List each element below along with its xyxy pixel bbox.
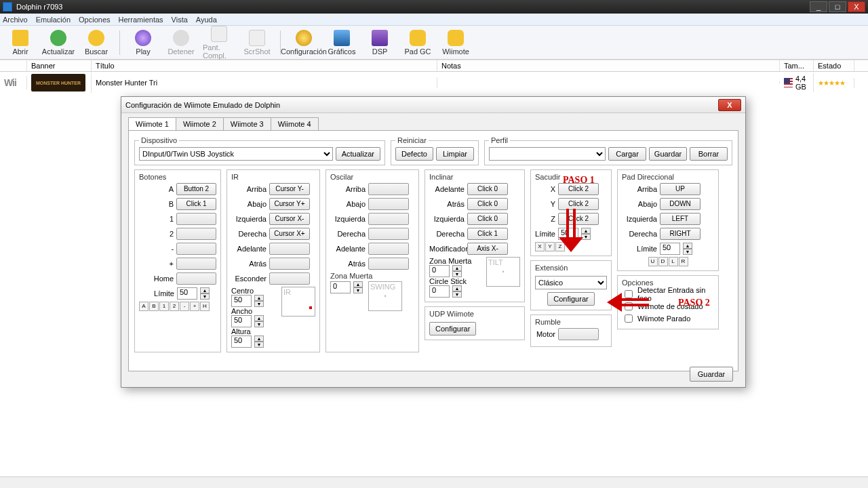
opt-parked[interactable]: Wiimote Parado: [622, 312, 714, 325]
shake-limit[interactable]: 50: [558, 228, 578, 240]
maximize-button[interactable]: □: [829, 1, 846, 12]
tab-wiimote-4[interactable]: Wiimote 4: [271, 117, 319, 130]
tool-wiimote[interactable]: Wiimote: [439, 30, 472, 56]
tilt-back[interactable]: Click 0: [467, 198, 508, 210]
rumble-motor[interactable]: [558, 328, 599, 340]
menu-emulacion[interactable]: Emulación: [36, 16, 71, 24]
ir-back[interactable]: [269, 258, 310, 270]
tool-padgc[interactable]: Pad GC: [401, 30, 434, 56]
menu-ayuda[interactable]: Ayuda: [196, 16, 217, 24]
col-notas[interactable]: Notas: [437, 60, 780, 71]
dialog-close-button[interactable]: X: [718, 99, 741, 111]
ir-width[interactable]: 50: [231, 315, 252, 327]
tilt-left[interactable]: Click 0: [467, 213, 508, 225]
shake-y[interactable]: Click 2: [558, 198, 599, 210]
profile-delete-button[interactable]: Borrar: [690, 147, 728, 161]
toolbar: Abrir Actualizar Buscar Play Detener Pan…: [0, 26, 868, 60]
swing-left[interactable]: [368, 213, 409, 225]
options-panel: Opciones Detectar Entrada sin foco Wiimo…: [617, 275, 719, 329]
tab-wiimote-1[interactable]: Wiimote 1: [128, 117, 176, 130]
menu-herramientas[interactable]: Herramientas: [119, 16, 163, 24]
map-minus[interactable]: [176, 243, 216, 255]
map-a[interactable]: Button 2: [176, 183, 216, 195]
extension-configure-button[interactable]: Configurar: [547, 292, 595, 306]
device-select[interactable]: DInput/0/Twin USB Joystick: [139, 147, 333, 161]
dialog-save-button[interactable]: Guardar: [690, 367, 733, 382]
ir-down[interactable]: Cursor Y+: [269, 198, 310, 210]
game-size: 4,4 GB: [795, 75, 809, 91]
ir-center[interactable]: 50: [231, 295, 252, 307]
buttons-limit[interactable]: 50: [177, 287, 197, 300]
profile-save-button[interactable]: Guardar: [649, 147, 687, 161]
device-refresh-button[interactable]: Actualizar: [336, 147, 380, 161]
clear-button[interactable]: Limpiar: [436, 147, 474, 161]
profile-load-button[interactable]: Cargar: [608, 147, 646, 161]
opt-sideways[interactable]: Wiimote de costado: [622, 300, 714, 312]
game-list-row[interactable]: Wii MONSTER HUNTER Monster Hunter Tri 4,…: [0, 72, 868, 94]
swing-panel: Oscilar Arriba Abajo Izquierda Derecha A…: [326, 169, 419, 352]
speaker-icon: [372, 30, 388, 46]
tool-actualizar[interactable]: Actualizar: [42, 30, 75, 56]
dpad-up[interactable]: UP: [660, 183, 701, 195]
ir-up[interactable]: Cursor Y-: [269, 183, 310, 195]
ir-right[interactable]: Cursor X+: [269, 228, 310, 240]
dpad-left[interactable]: LEFT: [660, 213, 701, 225]
tool-config[interactable]: Configuración: [288, 30, 320, 56]
swing-back[interactable]: [368, 258, 409, 270]
rating-stars: ★★★★★: [818, 79, 845, 87]
tilt-panel: Inclinar AdelanteClick 0 AtrásClick 0 Iz…: [425, 169, 525, 302]
ir-height[interactable]: 50: [231, 336, 252, 348]
dialog-title: Configuración de Wiimote Emulado de Dolp…: [125, 101, 280, 109]
map-b[interactable]: Click 1: [176, 198, 216, 210]
udp-configure-button[interactable]: Configurar: [429, 322, 476, 336]
swing-deadzone[interactable]: 0: [330, 281, 351, 293]
wiimote-tabs: Wiimote 1 Wiimote 2 Wiimote 3 Wiimote 4: [121, 113, 745, 130]
map-plus[interactable]: [176, 258, 216, 270]
profile-select[interactable]: [489, 147, 606, 161]
tool-dsp[interactable]: DSP: [363, 30, 396, 56]
tilt-deadzone[interactable]: 0: [429, 265, 450, 277]
tool-graficos[interactable]: Gráficos: [326, 30, 358, 56]
map-1[interactable]: [176, 213, 216, 225]
ir-forward[interactable]: [269, 243, 310, 255]
map-home[interactable]: [176, 272, 216, 285]
swing-right[interactable]: [368, 228, 409, 240]
udp-panel: UDP Wiimote Configurar: [425, 306, 525, 340]
gamepad-icon: [410, 30, 426, 46]
tool-abrir[interactable]: Abrir: [4, 30, 37, 56]
menu-vista[interactable]: Vista: [172, 16, 188, 24]
swing-down[interactable]: [368, 198, 409, 210]
dpad-limit[interactable]: 50: [660, 243, 680, 255]
opt-background-input[interactable]: Detectar Entrada sin foco: [622, 288, 714, 300]
col-estado[interactable]: Estado: [814, 60, 854, 71]
map-2[interactable]: [176, 228, 216, 240]
dpad-down[interactable]: DOWN: [660, 198, 701, 210]
shake-x[interactable]: Click 2: [558, 183, 599, 195]
ir-hide[interactable]: [269, 272, 310, 285]
col-tam[interactable]: Tam...: [780, 60, 814, 71]
swing-up[interactable]: [368, 183, 409, 195]
tool-play[interactable]: Play: [127, 30, 159, 56]
minimize-button[interactable]: _: [810, 1, 827, 12]
tab-wiimote-3[interactable]: Wiimote 3: [223, 117, 271, 130]
tilt-circlestick[interactable]: 0: [429, 285, 450, 298]
tilt-right[interactable]: Click 1: [467, 228, 508, 240]
tilt-mod[interactable]: Axis X-: [467, 243, 508, 255]
default-button[interactable]: Defecto: [395, 147, 433, 161]
buttons-minitabs: AB12-+H: [139, 302, 216, 311]
tab-wiimote-2[interactable]: Wiimote 2: [176, 117, 224, 130]
col-titulo[interactable]: Título: [92, 60, 437, 71]
tool-buscar[interactable]: Buscar: [80, 30, 113, 56]
close-button[interactable]: X: [848, 1, 865, 12]
tilt-fwd[interactable]: Click 0: [467, 183, 508, 195]
extension-select[interactable]: Clásico: [535, 276, 607, 289]
menu-opciones[interactable]: Opciones: [79, 16, 110, 24]
camera-icon: [249, 30, 265, 46]
shake-z[interactable]: Click 2: [558, 213, 599, 225]
ir-left[interactable]: Cursor X-: [269, 213, 310, 225]
dpad-right[interactable]: RIGHT: [660, 228, 701, 240]
swing-forward[interactable]: [368, 243, 409, 255]
status-bar: [0, 476, 868, 488]
col-banner[interactable]: Banner: [27, 60, 92, 71]
menu-archivo[interactable]: Archivo: [3, 16, 28, 24]
